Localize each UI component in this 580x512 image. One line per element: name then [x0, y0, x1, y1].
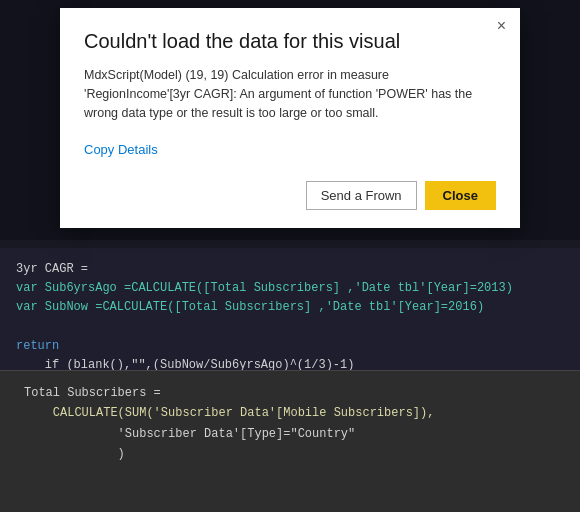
code-line-1: 3yr CAGR = [16, 260, 564, 279]
code-line-3: var SubNow =CALCULATE([Total Subscribers… [16, 298, 564, 317]
modal-message: MdxScript(Model) (19, 19) Calculation er… [84, 66, 496, 128]
send-frown-button[interactable]: Send a Frown [306, 181, 417, 210]
code-lower-line-3: 'Subscriber Data'[Type]="Country" [24, 424, 556, 444]
copy-details-link[interactable]: Copy Details [84, 142, 496, 157]
modal-x-button[interactable]: × [493, 16, 510, 36]
code-lower-line-2: CALCULATE(SUM('Subscriber Data'[Mobile S… [24, 403, 556, 423]
code-lower-line-4: ) [24, 444, 556, 464]
code-line-5: return [16, 337, 564, 356]
code-line-4 [16, 318, 564, 337]
code-line-2: var Sub6yrsAgo =CALCULATE([Total Subscri… [16, 279, 564, 298]
modal-overlay: × Couldn't load the data for this visual… [0, 0, 580, 248]
code-lower-area: Total Subscribers = CALCULATE(SUM('Subsc… [0, 370, 580, 512]
modal-title: Couldn't load the data for this visual [84, 28, 496, 54]
modal-footer: Send a Frown Close [84, 173, 496, 210]
close-button[interactable]: Close [425, 181, 496, 210]
code-block-upper: 3yr CAGR = var Sub6yrsAgo =CALCULATE([To… [16, 260, 564, 375]
code-lower-line-1: Total Subscribers = [24, 383, 556, 403]
error-modal: × Couldn't load the data for this visual… [60, 8, 520, 228]
